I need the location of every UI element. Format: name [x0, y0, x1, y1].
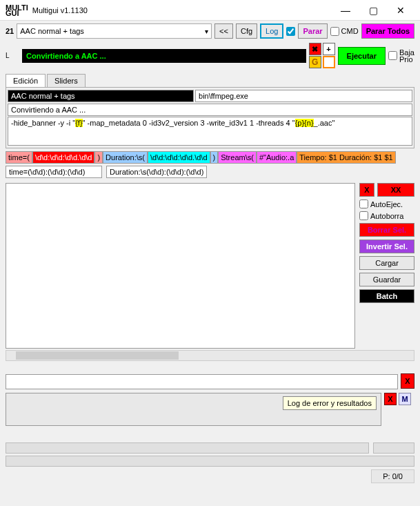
- clear-input-button[interactable]: X: [401, 373, 414, 389]
- close-button[interactable]: ✕: [387, 0, 414, 21]
- clear-log-button[interactable]: X: [384, 393, 397, 405]
- title-bar: MULTIGUI Multigui v1.1130 — ▢ ✕: [0, 0, 420, 21]
- add-button[interactable]: +: [323, 43, 335, 55]
- m-button[interactable]: M: [399, 393, 411, 405]
- page-count: P: 0/0: [371, 469, 414, 483]
- delete-all-button[interactable]: XX: [377, 183, 414, 197]
- autoejec-checkbox[interactable]: AutoEjec.: [359, 200, 414, 208]
- preset-name-field[interactable]: AAC normal + tags: [8, 90, 194, 102]
- minimize-button[interactable]: —: [332, 0, 359, 21]
- list-h-scrollbar[interactable]: [6, 350, 414, 361]
- preset-combo[interactable]: AAC normal + tags ▾: [17, 23, 212, 39]
- cargar-button[interactable]: Cargar: [359, 256, 414, 270]
- guardar-button[interactable]: Guardar: [359, 273, 414, 286]
- parar-todos-button[interactable]: Parar Todos: [361, 23, 414, 39]
- ejecutar-button[interactable]: Ejecutar: [338, 47, 386, 65]
- exe-field[interactable]: bin\ffmpeg.exe: [195, 90, 412, 102]
- cmd-checkbox[interactable]: CMD: [330, 27, 359, 36]
- time-regex-field[interactable]: time=(\d\d):(\d\d):(\d\d): [6, 166, 102, 178]
- l-label: L: [6, 52, 19, 59]
- parar-button[interactable]: Parar: [298, 23, 327, 39]
- g-button[interactable]: G: [309, 56, 321, 68]
- command-line-field[interactable]: -hide_banner -y -i "{f}" -map_metadata 0…: [8, 117, 412, 146]
- log-output[interactable]: Log de error y resultados: [6, 393, 381, 426]
- chevron-down-icon: ▾: [205, 28, 208, 35]
- baja-prio-checkbox[interactable]: BajaPrio: [388, 49, 414, 63]
- autoborra-checkbox[interactable]: Autoborra: [359, 211, 414, 220]
- app-logo: MULTIGUI: [6, 5, 28, 16]
- preset-count: 21: [6, 27, 14, 35]
- cfg-button[interactable]: Cfg: [236, 23, 257, 39]
- log-tooltip: Log de error y resultados: [283, 396, 377, 410]
- status-field[interactable]: Convirtiendo a AAC ...: [8, 104, 412, 116]
- preset-combo-value: AAC normal + tags: [20, 27, 84, 35]
- window-title: Multigui v1.1130: [32, 6, 332, 14]
- progress-bar-3: [6, 456, 414, 467]
- progress-bar-2: [373, 442, 414, 454]
- regex-display-row: time=(\d\d:\d\d:\d\d.\d\d) Duration:\s(\…: [6, 151, 414, 164]
- file-list[interactable]: [6, 183, 355, 349]
- log-checkbox[interactable]: [286, 27, 295, 36]
- tab-edicion[interactable]: Edición: [6, 74, 46, 87]
- edit-panel: AAC normal + tags bin\ffmpeg.exe Convirt…: [6, 87, 414, 148]
- batch-button[interactable]: Batch: [359, 289, 414, 303]
- orange-toggle[interactable]: [323, 56, 335, 68]
- delete-one-button[interactable]: X: [359, 183, 374, 197]
- duration-regex-field[interactable]: Duration:\s(\d\d):(\d\d):(\d\d): [106, 166, 207, 178]
- invertir-sel-button[interactable]: Invertir Sel.: [359, 240, 414, 253]
- back-button[interactable]: <<: [214, 23, 233, 39]
- log-button[interactable]: Log: [260, 23, 283, 39]
- bottom-input[interactable]: [6, 374, 398, 389]
- remove-button[interactable]: ✖: [309, 43, 321, 55]
- status-bar: Convirtiendo a AAC ...: [22, 49, 306, 63]
- progress-bar-1: [6, 442, 369, 454]
- borrar-sel-button[interactable]: Borrar Sel.: [359, 223, 414, 237]
- maximize-button[interactable]: ▢: [359, 0, 387, 21]
- tab-sliders[interactable]: Sliders: [47, 74, 86, 87]
